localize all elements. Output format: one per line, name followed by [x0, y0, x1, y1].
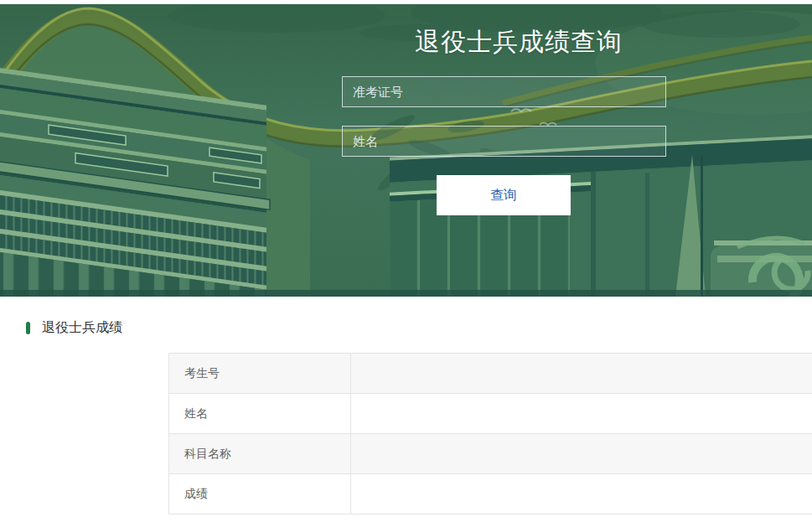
table-row: 科目名称: [169, 434, 812, 474]
section-header: 退役士兵成绩: [26, 319, 122, 337]
row-label: 考生号: [169, 354, 351, 394]
table-row: 姓名: [169, 394, 812, 434]
row-value: [351, 434, 812, 474]
query-form: 退役士兵成绩查询 查询: [342, 4, 666, 297]
results-section: 退役士兵成绩 考生号 姓名 科目名称 成绩: [0, 297, 812, 522]
page-title: 退役士兵成绩查询: [357, 25, 680, 59]
row-label: 成绩: [169, 474, 351, 514]
section-title: 退役士兵成绩: [42, 319, 122, 337]
row-value: [351, 354, 812, 394]
admission-number-input[interactable]: [342, 76, 666, 107]
row-value: [351, 474, 812, 514]
banner: 退役士兵成绩查询 查询: [0, 4, 812, 297]
query-button[interactable]: 查询: [437, 175, 571, 215]
green-bullet-marker: [26, 322, 30, 334]
name-input[interactable]: [342, 126, 666, 157]
left-building: [0, 67, 270, 297]
score-table: 考生号 姓名 科目名称 成绩: [168, 353, 812, 514]
table-row: 成绩: [169, 474, 812, 514]
row-label: 科目名称: [169, 434, 351, 474]
table-row: 考生号: [169, 354, 812, 394]
row-label: 姓名: [169, 394, 351, 434]
score-query-page: 退役士兵成绩查询 查询 退役士兵成绩 考生号 姓名 科目名: [0, 0, 812, 522]
row-value: [351, 394, 812, 434]
